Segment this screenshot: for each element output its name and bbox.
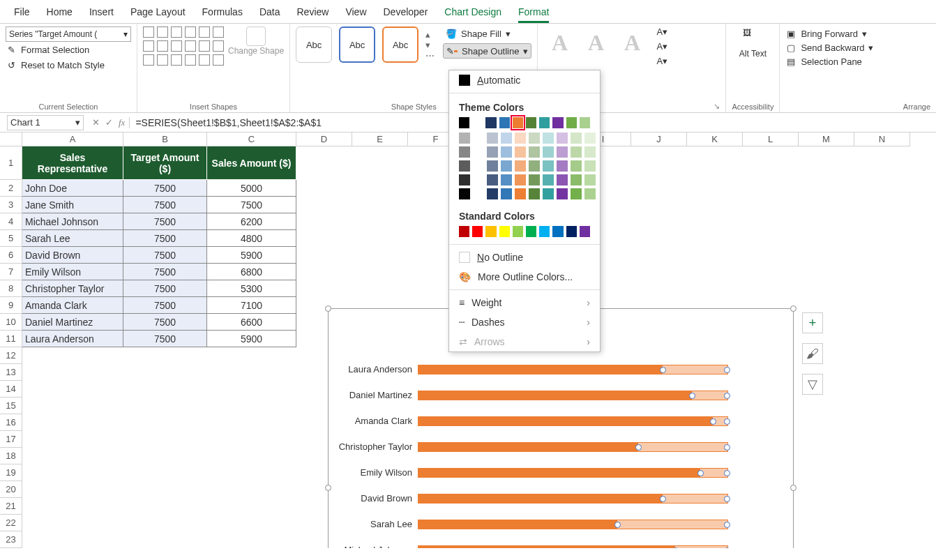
theme-color-swatch[interactable] [539,117,550,128]
standard-color-swatch[interactable] [513,226,523,237]
cell-rep[interactable]: Emily Wilson [22,264,123,280]
row-header-12[interactable]: 12 [0,347,22,364]
theme-tint-swatch[interactable] [459,146,470,158]
chart-styles-button[interactable]: 🖌 [802,343,823,364]
column-header-N[interactable]: N [854,133,910,146]
column-header-D[interactable]: D [296,133,352,146]
theme-tint-swatch[interactable] [571,146,582,158]
theme-tint-swatch[interactable] [557,188,568,199]
cell-target[interactable]: 7500 [123,314,207,331]
cell-sales[interactable]: 5900 [207,331,296,347]
cell-sales[interactable]: 7500 [207,197,296,213]
theme-tint-swatch[interactable] [459,160,470,172]
theme-tint-swatch[interactable] [515,188,526,199]
theme-tint-swatch[interactable] [529,160,540,172]
bar-sales[interactable] [418,442,637,452]
wordart-style-2[interactable]: A [580,27,612,59]
row-header-11[interactable]: 11 [0,331,22,347]
row-header-4[interactable]: 4 [0,213,22,230]
row-header-13[interactable]: 13 [0,364,22,381]
theme-tint-swatch[interactable] [501,146,512,158]
theme-tint-swatch[interactable] [487,160,498,172]
bar-target[interactable] [674,545,728,549]
bar-target[interactable] [662,365,728,374]
text-effects-icon[interactable]: A▾ [656,56,667,66]
row-header-14[interactable]: 14 [0,381,22,398]
theme-tint-swatch[interactable] [529,174,540,186]
theme-tint-swatch[interactable] [571,133,582,144]
theme-color-swatch[interactable] [459,117,469,128]
cancel-formula-button[interactable]: ✕ [92,117,100,128]
chart-plot[interactable]: Laura AndersonDaniel MartinezAmanda Clar… [418,356,749,548]
cell-rep[interactable]: Sarah Lee [22,230,123,247]
bar-sales[interactable] [418,391,691,400]
theme-tint-swatch[interactable] [515,133,526,144]
theme-tint-swatch[interactable] [487,146,498,158]
theme-color-swatch[interactable] [526,117,536,128]
shape-fill-button[interactable]: 🪣 Shape Fill ▾ [443,27,531,40]
cell-target[interactable]: 7500 [123,247,207,264]
cell-rep[interactable]: John Doe [22,180,123,197]
theme-tint-swatch[interactable] [543,146,554,158]
theme-tint-swatch[interactable] [459,188,470,199]
cell-target[interactable]: 7500 [123,197,207,213]
row-header-8[interactable]: 8 [0,280,22,297]
bar-sales[interactable] [418,494,662,504]
row-header-19[interactable]: 19 [0,464,22,481]
theme-tint-swatch[interactable] [571,160,582,172]
chart-filter-button[interactable]: ▽ [802,374,823,395]
theme-tint-swatch[interactable] [515,174,526,186]
theme-tint-swatch[interactable] [584,146,596,158]
cell-target[interactable]: 7500 [123,297,207,314]
cell-sales[interactable]: 7100 [207,297,296,314]
theme-tint-swatch[interactable] [459,174,470,186]
wordart-style-3[interactable]: A [616,27,648,59]
text-fill-icon[interactable]: A▾ [656,27,667,37]
row-header-9[interactable]: 9 [0,297,22,314]
tab-insert[interactable]: Insert [89,6,114,23]
column-header-K[interactable]: K [687,133,743,146]
tab-developer[interactable]: Developer [384,6,428,23]
theme-tint-swatch[interactable] [571,188,582,199]
tab-home[interactable]: Home [47,6,73,23]
bar-target[interactable] [617,520,728,529]
row-header-10[interactable]: 10 [0,314,22,331]
bring-forward-button[interactable]: ▣Bring Forward▾ [785,27,930,40]
outline-dashes[interactable]: ┄ Dashes › [449,312,600,332]
theme-tint-swatch[interactable] [529,146,540,158]
chart-elements-button[interactable]: + [802,312,823,333]
no-outline[interactable]: No Outline [449,248,600,267]
theme-tint-swatch[interactable] [473,133,484,144]
theme-color-swatch[interactable] [513,117,523,128]
wordart-style-1[interactable]: A [543,27,575,59]
theme-tint-swatch[interactable] [501,160,512,172]
cell-sales[interactable]: 4800 [207,230,296,247]
theme-tint-swatch[interactable] [459,133,470,144]
shape-style-2[interactable]: Abc [339,27,375,63]
cell-target[interactable]: 7500 [123,280,207,297]
theme-tint-swatch[interactable] [543,133,554,144]
theme-color-swatch[interactable] [552,117,563,128]
standard-color-swatch[interactable] [472,226,483,237]
standard-color-swatch[interactable] [459,226,469,237]
standard-color-swatch[interactable] [499,226,510,237]
cell-sales[interactable]: 5000 [207,180,296,197]
theme-color-swatch[interactable] [566,117,577,128]
column-header-E[interactable]: E [352,133,408,146]
standard-color-swatch[interactable] [566,226,577,237]
select-all-button[interactable] [0,133,22,146]
theme-tint-swatch[interactable] [501,188,512,199]
theme-tint-swatch[interactable] [557,160,568,172]
theme-tint-swatch[interactable] [515,160,526,172]
row-header-2[interactable]: 2 [0,180,22,197]
theme-tint-swatch[interactable] [584,133,596,144]
theme-tint-swatch[interactable] [487,133,498,144]
tab-page-layout[interactable]: Page Layout [130,6,186,23]
bar-sales[interactable] [418,520,617,529]
table-header-sales[interactable]: Sales Amount ($) [207,146,296,180]
theme-tint-swatch[interactable] [543,160,554,172]
theme-tint-swatch[interactable] [473,160,484,172]
text-outline-icon[interactable]: A▾ [656,41,667,52]
column-header-B[interactable]: B [123,133,207,146]
theme-tint-swatch[interactable] [515,146,526,158]
